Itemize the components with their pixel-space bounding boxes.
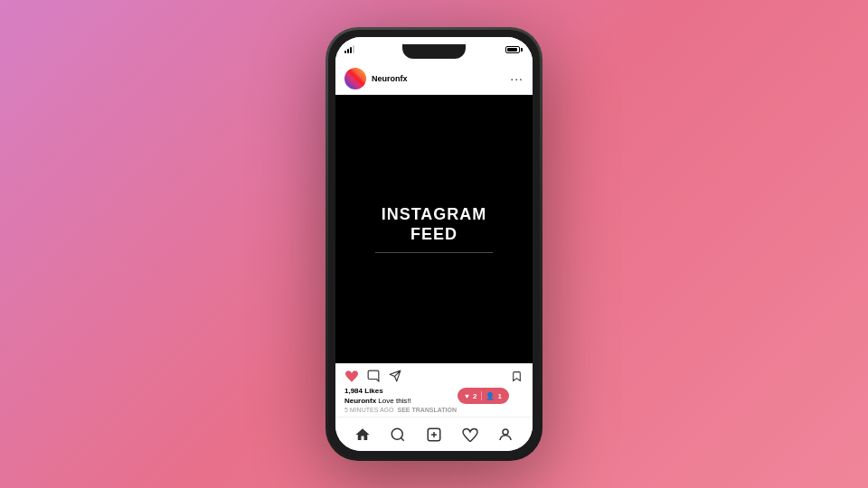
notif-divider xyxy=(481,391,482,400)
phone-screen: Neuronfx ··· INSTAGRAM FEED xyxy=(335,37,533,451)
status-right xyxy=(505,46,520,53)
notif-person-icon: 👤 xyxy=(486,392,495,400)
notif-heart-count: 2 xyxy=(473,392,476,400)
bottom-nav xyxy=(335,417,533,451)
see-translation-link[interactable]: SEE TRANSLATION xyxy=(397,407,457,413)
action-icons-row xyxy=(344,369,524,383)
share-icon[interactable] xyxy=(388,369,402,383)
caption-username: Neuronfx xyxy=(344,397,376,405)
post-divider xyxy=(375,252,494,253)
post-title: INSTAGRAM FEED xyxy=(382,205,487,244)
notif-person-count: 1 xyxy=(498,392,502,400)
post-timestamp: 5 MINUTES AGO SEE TRANSLATION xyxy=(344,407,524,413)
svg-line-1 xyxy=(401,437,404,440)
phone-mockup: Neuronfx ··· INSTAGRAM FEED xyxy=(326,27,542,461)
notification-badge: ♥ 2 👤 1 xyxy=(458,388,509,404)
like-icon[interactable] xyxy=(344,369,359,383)
phone-notch xyxy=(402,44,466,59)
post-image: INSTAGRAM FEED xyxy=(335,95,533,363)
svg-point-0 xyxy=(392,428,403,439)
nav-profile-icon[interactable] xyxy=(496,426,514,444)
phone-outer-shell: Neuronfx ··· INSTAGRAM FEED xyxy=(326,27,542,461)
more-options-icon[interactable]: ··· xyxy=(510,72,524,85)
signal-icon xyxy=(344,46,354,53)
nav-heart-icon[interactable] xyxy=(461,426,479,444)
nav-home-icon[interactable] xyxy=(354,426,372,444)
notif-heart-icon: ♥ xyxy=(465,392,469,400)
comment-icon[interactable] xyxy=(366,369,381,383)
bookmark-icon[interactable] xyxy=(509,369,524,383)
nav-search-icon[interactable] xyxy=(389,426,407,444)
instagram-header: Neuronfx ··· xyxy=(335,62,533,95)
nav-add-icon[interactable] xyxy=(425,426,443,444)
post-username: Neuronfx xyxy=(372,74,510,83)
avatar xyxy=(344,68,366,89)
phone-inner-shell: Neuronfx ··· INSTAGRAM FEED xyxy=(328,30,540,458)
svg-point-5 xyxy=(503,429,508,435)
battery-icon xyxy=(505,46,520,53)
status-left xyxy=(344,46,354,53)
